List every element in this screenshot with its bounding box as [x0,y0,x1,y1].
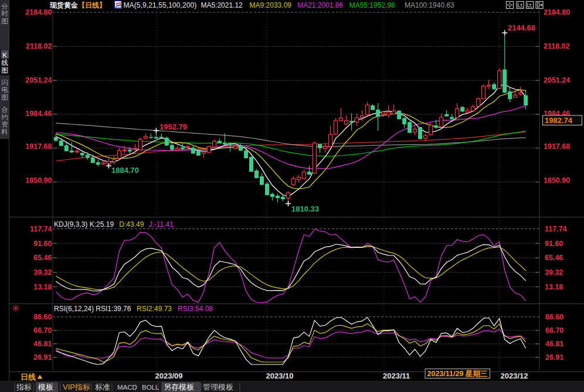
svg-text:BOLL: BOLL [142,384,159,391]
svg-text:26.91: 26.91 [545,353,563,362]
svg-text:1850.90: 1850.90 [544,176,570,185]
svg-text:料: 料 [1,128,8,135]
svg-text:1917.68: 1917.68 [25,142,52,151]
svg-text:1952.79: 1952.79 [159,122,187,131]
svg-text:13.18: 13.18 [545,283,563,291]
svg-text:RSI2:49.73: RSI2:49.73 [137,305,172,313]
svg-text:39.32: 39.32 [33,268,52,277]
svg-text:闪: 闪 [1,79,8,86]
svg-text:117.74: 117.74 [545,225,567,233]
svg-text:65.46: 65.46 [33,254,52,262]
svg-text:电: 电 [1,86,8,93]
svg-text:MA21:2001.86: MA21:2001.86 [297,1,343,9]
svg-text:91.60: 91.60 [33,240,52,248]
svg-text:1917.68: 1917.68 [544,142,570,151]
svg-text:2051.24: 2051.24 [544,76,570,84]
svg-text:46.81: 46.81 [33,340,52,348]
svg-text:RSI(6,12,24) RSI1:39.76: RSI(6,12,24) RSI1:39.76 [54,305,131,313]
svg-text:39.32: 39.32 [545,268,563,277]
svg-text:2023/10: 2023/10 [266,371,294,380]
svg-text:标准: 标准 [95,383,110,391]
svg-text:合: 合 [1,106,8,113]
svg-text:2184.80: 2184.80 [25,8,52,16]
svg-text:66.70: 66.70 [33,326,52,335]
svg-text:2184.80: 2184.80 [544,8,570,16]
svg-text:另存模板: 另存模板 [164,383,194,391]
svg-text:13.18: 13.18 [33,283,52,291]
svg-text:2023/09: 2023/09 [155,371,183,380]
svg-text:现货黄金: 现货黄金 [49,1,78,9]
svg-text:K: K [2,52,7,59]
svg-text:2023/12: 2023/12 [501,371,528,380]
svg-text:46.81: 46.81 [545,340,563,348]
svg-text:66.70: 66.70 [545,326,563,335]
svg-text:约: 约 [1,114,8,121]
svg-text:图: 图 [1,94,8,101]
svg-text:KDJ(9,3,3) K:25.19: KDJ(9,3,3) K:25.19 [54,220,114,229]
svg-text:91.60: 91.60 [545,240,563,248]
svg-text:MA(5,9,21,55,100,200): MA(5,9,21,55,100,200) [124,1,197,9]
svg-text:管理模板: 管理模板 [203,383,233,391]
svg-text:【日线】: 【日线】 [78,1,106,9]
svg-text:J:-11.41: J:-11.41 [149,220,174,229]
svg-text:2118.02: 2118.02 [544,42,570,50]
svg-text:VIP指标: VIP指标 [63,383,90,391]
svg-text:1884.70: 1884.70 [111,166,139,175]
svg-text:MA9:2033.09: MA9:2033.09 [250,1,292,9]
svg-text:2118.02: 2118.02 [26,42,52,50]
svg-text:117.74: 117.74 [30,225,52,233]
svg-text:日线: 日线 [21,373,36,381]
svg-text:线: 线 [1,59,8,66]
svg-text:86.60: 86.60 [545,313,563,321]
svg-text:时: 时 [1,10,8,17]
svg-text:MA5:2021.12: MA5:2021.12 [201,1,243,9]
svg-text:2144.68: 2144.68 [508,23,535,32]
svg-text:MA100:1940.63: MA100:1940.63 [405,1,454,9]
svg-text:86.60: 86.60 [33,313,52,321]
svg-text:RSI3:54.08: RSI3:54.08 [178,305,213,313]
svg-text:1984.46: 1984.46 [25,110,52,118]
svg-text:分: 分 [1,3,8,10]
svg-text:指标: 指标 [16,383,32,391]
svg-text:资: 资 [1,121,8,128]
svg-text:1810.33: 1810.33 [291,204,319,213]
svg-text:图: 图 [1,18,8,25]
svg-text:1850.90: 1850.90 [25,176,52,185]
svg-text:图: 图 [1,67,8,74]
svg-text:1982.74: 1982.74 [545,116,573,125]
svg-text:MACD: MACD [117,384,137,391]
svg-text:2051.24: 2051.24 [25,76,52,84]
svg-text:26.91: 26.91 [33,353,52,362]
svg-text:2023/11/29 星期三: 2023/11/29 星期三 [427,370,488,378]
svg-text:模板: 模板 [38,383,53,391]
svg-text:MA55:1952.98: MA55:1952.98 [349,1,395,9]
svg-text:2023/11: 2023/11 [383,371,410,380]
svg-text:65.46: 65.46 [545,254,563,262]
svg-text:D:43.49: D:43.49 [119,220,144,229]
